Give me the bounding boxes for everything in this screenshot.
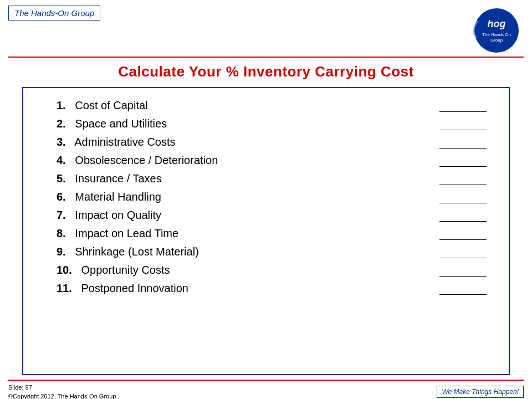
list-item: 6. Material Handling bbox=[57, 191, 492, 203]
content-box: 1. Cost of Capital 2. Space and Utilitie… bbox=[22, 87, 510, 375]
footer-tagline: We Make Things Happen! bbox=[437, 386, 524, 398]
item-text: 10. Opportunity Costs bbox=[57, 264, 428, 277]
item-text: 7. Impact on Quality bbox=[57, 209, 428, 222]
list-item: 8. Impact on Lead Time bbox=[57, 227, 492, 240]
footer: Slide: 97 ©Copyright 2012, The Hands-On … bbox=[0, 383, 532, 400]
item-text: 11. Postponed Innovation bbox=[57, 282, 428, 295]
item-blank-line bbox=[439, 203, 487, 203]
item-blank-line bbox=[439, 185, 487, 185]
svg-text:The Hands On: The Hands On bbox=[482, 32, 510, 37]
item-blank-line bbox=[439, 221, 487, 222]
item-blank-line bbox=[439, 294, 487, 295]
header: The Hands-On Group hog The Hands On Grou… bbox=[0, 0, 532, 55]
list-item: 2. Space and Utilities bbox=[57, 117, 492, 130]
brand-box-left: The Hands-On Group bbox=[8, 6, 100, 21]
item-text: 8. Impact on Lead Time bbox=[57, 227, 428, 240]
item-text: 3. Administrative Costs bbox=[57, 136, 428, 149]
item-blank-line bbox=[439, 258, 487, 258]
brand-left-label: The Hands-On Group bbox=[14, 8, 94, 18]
item-blank-line bbox=[439, 239, 487, 240]
list-item: 11. Postponed Innovation bbox=[57, 282, 492, 295]
page-title: Calculate Your % Inventory Carrying Cost bbox=[22, 63, 510, 80]
item-blank-line bbox=[439, 130, 487, 130]
list-item: 10. Opportunity Costs bbox=[57, 264, 492, 277]
list-item: 4. Obsolescence / Deterioration bbox=[57, 154, 492, 167]
hog-logo-icon: hog The Hands On Group bbox=[459, 7, 523, 54]
svg-point-0 bbox=[474, 8, 519, 53]
item-text: 4. Obsolescence / Deterioration bbox=[57, 154, 428, 167]
svg-text:Group: Group bbox=[490, 38, 503, 43]
item-blank-line bbox=[439, 166, 487, 167]
list-item: 9. Shrinkage (Lost Material) bbox=[57, 245, 492, 258]
svg-text:hog: hog bbox=[487, 18, 505, 29]
slide-number: Slide: 97 bbox=[8, 383, 116, 392]
copyright: ©Copyright 2012, The Hands-On Group bbox=[8, 392, 116, 399]
footer-left: Slide: 97 ©Copyright 2012, The Hands-On … bbox=[8, 383, 116, 400]
list-item: 3. Administrative Costs bbox=[57, 136, 492, 149]
item-blank-line bbox=[439, 148, 487, 149]
logo-right: hog The Hands On Group bbox=[457, 6, 524, 55]
item-blank-line bbox=[439, 276, 487, 277]
item-text: 6. Material Handling bbox=[57, 191, 428, 203]
list-item: 5. Insurance / Taxes bbox=[57, 172, 492, 185]
list-item: 7. Impact on Quality bbox=[57, 209, 492, 222]
header-divider bbox=[8, 57, 524, 58]
item-text: 5. Insurance / Taxes bbox=[57, 172, 428, 185]
footer-divider bbox=[8, 380, 524, 381]
item-text: 9. Shrinkage (Lost Material) bbox=[57, 245, 428, 258]
item-text: 1. Cost of Capital bbox=[57, 99, 428, 112]
item-blank-line bbox=[439, 111, 487, 112]
list-item: 1. Cost of Capital bbox=[57, 99, 492, 112]
item-text: 2. Space and Utilities bbox=[57, 117, 428, 130]
